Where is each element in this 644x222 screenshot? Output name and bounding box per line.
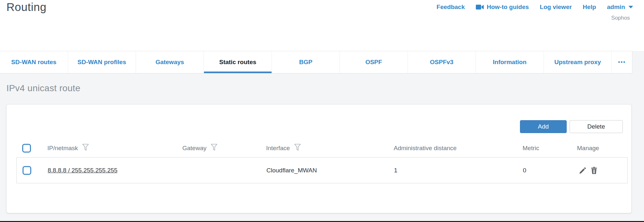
help-link[interactable]: Help: [583, 4, 596, 11]
filter-icon[interactable]: [211, 144, 217, 153]
tab-ospf[interactable]: OSPF: [340, 51, 408, 73]
page-header: Routing Feedback How-to guides Log viewe…: [0, 0, 644, 51]
column-metric: Metric: [523, 145, 539, 152]
column-gateway: Gateway: [182, 144, 217, 153]
route-metric-cell: 0: [523, 167, 526, 174]
routing-tabbar: SD-WAN routes SD-WAN profiles Gateways S…: [0, 51, 632, 73]
tab-bgp[interactable]: BGP: [272, 51, 340, 73]
route-interface-cell: Cloudflare_MWAN: [266, 167, 317, 174]
log-viewer-link[interactable]: Log viewer: [540, 4, 572, 11]
row-checkbox[interactable]: [23, 166, 31, 175]
section-heading: IPv4 unicast route: [6, 83, 81, 93]
select-all-checkbox[interactable]: [22, 144, 31, 152]
delete-icon[interactable]: [590, 166, 598, 175]
table-header-row: IP/netmask Gateway Interface Administrat…: [6, 139, 631, 157]
column-ip-netmask: IP/netmask: [47, 144, 89, 153]
filter-icon[interactable]: [294, 144, 301, 153]
static-routes-panel: Add Delete IP/netmask Gateway Interface: [6, 104, 632, 213]
filter-icon[interactable]: [82, 144, 89, 153]
caret-down-icon: [629, 6, 633, 8]
table-row: 8.8.8.8 / 255.255.255.255 Cloudflare_MWA…: [16, 157, 628, 183]
column-administrative-distance: Administrative distance: [394, 145, 457, 152]
tab-sdwan-profiles[interactable]: SD-WAN profiles: [68, 51, 136, 73]
howto-guides-link[interactable]: How-to guides: [476, 4, 529, 11]
tab-static-routes[interactable]: Static routes: [204, 51, 272, 73]
routing-page: Routing Feedback How-to guides Log viewe…: [0, 0, 644, 222]
add-button[interactable]: Add: [520, 120, 567, 133]
tab-overflow-menu[interactable]: •••: [612, 51, 632, 73]
tab-upstream-proxy[interactable]: Upstream proxy: [544, 51, 612, 73]
route-administrative-distance-cell: 1: [394, 167, 398, 174]
header-nav: Feedback How-to guides Log viewer Help a…: [437, 4, 633, 11]
route-ip-netmask-link[interactable]: 8.8.8.8 / 255.255.255.255: [48, 167, 118, 174]
column-interface: Interface: [266, 144, 301, 153]
tab-sdwan-routes[interactable]: SD-WAN routes: [0, 51, 68, 73]
tab-ospfv3[interactable]: OSPFv3: [408, 51, 476, 73]
feedback-link[interactable]: Feedback: [437, 4, 465, 11]
page-title: Routing: [6, 1, 46, 14]
tab-gateways[interactable]: Gateways: [136, 51, 204, 73]
column-manage: Manage: [577, 145, 599, 152]
delete-button[interactable]: Delete: [570, 120, 623, 133]
brand-label: Sophos: [611, 15, 630, 21]
video-camera-icon: [476, 4, 484, 10]
edit-icon[interactable]: [579, 166, 587, 175]
admin-menu[interactable]: admin: [607, 4, 633, 11]
route-manage-cell: [579, 166, 598, 175]
tab-information[interactable]: Information: [476, 51, 544, 73]
